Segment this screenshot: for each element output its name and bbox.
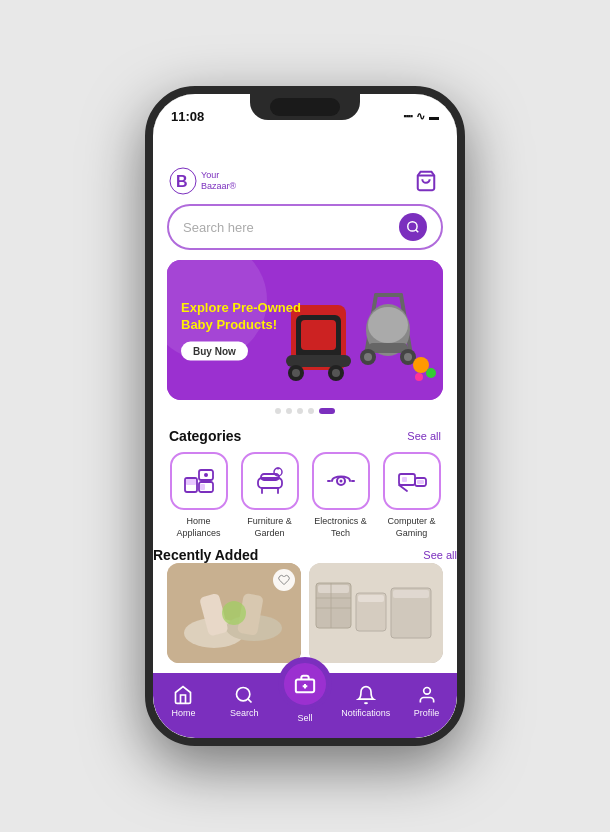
- svg-point-24: [426, 368, 436, 378]
- nav-home-label: Home: [171, 708, 195, 718]
- banner-buy-button[interactable]: Buy Now: [181, 341, 248, 360]
- svg-rect-55: [318, 585, 349, 593]
- nav-search[interactable]: Search: [214, 685, 275, 726]
- svg-point-17: [368, 307, 408, 343]
- nav-notifications[interactable]: Notifications: [335, 685, 396, 726]
- electronics-icon: [324, 464, 358, 498]
- notifications-nav-icon: [356, 685, 376, 705]
- search-placeholder: Search here: [183, 220, 399, 235]
- svg-point-22: [404, 353, 412, 361]
- banner-title: Explore Pre-Owned Baby Products!: [181, 300, 311, 334]
- app-header: B Your Bazaar®: [153, 130, 457, 204]
- svg-rect-31: [200, 484, 205, 490]
- svg-point-63: [237, 688, 250, 701]
- recently-title: Recently Added: [153, 547, 258, 563]
- banner: Explore Pre-Owned Baby Products! Buy Now: [167, 260, 443, 400]
- sell-icon: [294, 673, 316, 695]
- phone-notch: [250, 94, 360, 120]
- categories-see-all[interactable]: See all: [407, 430, 441, 442]
- phone-device: 11:08 ▪▪▪▪ ∿ ▬ B: [145, 86, 465, 746]
- banner-text: Explore Pre-Owned Baby Products! Buy Now: [181, 300, 311, 361]
- categories-section-header: Categories See all: [153, 422, 457, 452]
- recently-grid: [153, 563, 457, 663]
- category-electronics[interactable]: Electronics & Tech: [309, 452, 372, 539]
- category-electronics-icon-box: [312, 452, 370, 510]
- recently-item-2[interactable]: [309, 563, 443, 663]
- svg-point-52: [222, 601, 246, 625]
- svg-point-23: [413, 357, 429, 373]
- logo-area: B Your Bazaar®: [169, 167, 236, 195]
- nav-home[interactable]: Home: [153, 685, 214, 726]
- storage-image: [309, 563, 443, 663]
- category-furniture-label: Furniture & Garden: [238, 516, 301, 539]
- search-button[interactable]: [399, 213, 427, 241]
- svg-point-10: [292, 369, 300, 377]
- home-appliances-icon: [182, 464, 216, 498]
- dot-5-active: [319, 408, 335, 414]
- category-home-icon-box: [170, 452, 228, 510]
- cart-icon: [415, 170, 437, 192]
- banner-dots: [153, 408, 457, 414]
- svg-line-4: [416, 230, 419, 233]
- categories-title: Categories: [169, 428, 241, 444]
- svg-text:B: B: [176, 173, 188, 190]
- cart-icon-button[interactable]: [411, 166, 441, 196]
- category-gaming-icon-box: [383, 452, 441, 510]
- category-gaming[interactable]: Computer & Gaming: [380, 452, 443, 539]
- phone-screen: 11:08 ▪▪▪▪ ∿ ▬ B: [153, 94, 457, 738]
- category-furniture-icon-box: [241, 452, 299, 510]
- gaming-icon: [395, 464, 429, 498]
- status-time: 11:08: [171, 109, 204, 124]
- recently-see-all[interactable]: See all: [423, 549, 457, 561]
- svg-point-12: [332, 369, 340, 377]
- svg-point-25: [415, 373, 423, 381]
- search-bar[interactable]: Search here: [167, 204, 443, 250]
- dot-2: [286, 408, 292, 414]
- svg-point-3: [408, 222, 417, 231]
- svg-rect-18: [368, 343, 408, 353]
- bottom-navigation: Home Search: [153, 673, 457, 738]
- logo-text: Your Bazaar®: [201, 170, 236, 192]
- svg-point-20: [364, 353, 372, 361]
- dot-4: [308, 408, 314, 414]
- svg-line-64: [248, 699, 252, 703]
- nav-search-label: Search: [230, 708, 259, 718]
- sell-fab-button[interactable]: [281, 660, 329, 708]
- nav-notifications-label: Notifications: [341, 708, 390, 718]
- status-icons: ▪▪▪▪ ∿ ▬: [403, 110, 439, 123]
- category-home-appliances[interactable]: Home Appliances: [167, 452, 230, 539]
- category-furniture[interactable]: Furniture & Garden: [238, 452, 301, 539]
- recently-item-1[interactable]: [167, 563, 301, 663]
- category-home-label: Home Appliances: [167, 516, 230, 539]
- recently-section-header: Recently Added See all: [153, 547, 457, 563]
- nav-sell-label: Sell: [297, 713, 312, 723]
- notch-pill: [270, 98, 340, 116]
- search-nav-icon: [234, 685, 254, 705]
- svg-point-68: [423, 688, 430, 695]
- nav-profile[interactable]: Profile: [396, 685, 457, 726]
- profile-nav-icon: [417, 685, 437, 705]
- dot-3: [297, 408, 303, 414]
- heart-icon-1: [278, 574, 290, 586]
- dot-1: [275, 408, 281, 414]
- category-electronics-label: Electronics & Tech: [309, 516, 372, 539]
- wifi-icon: ∿: [416, 110, 425, 123]
- svg-rect-45: [417, 480, 424, 484]
- nav-sell[interactable]: Sell: [275, 680, 336, 731]
- logo-icon: B: [169, 167, 197, 195]
- battery-icon: ▬: [429, 111, 439, 122]
- signal-icon: ▪▪▪▪: [403, 111, 412, 121]
- nav-profile-label: Profile: [414, 708, 440, 718]
- screen-content: 11:08 ▪▪▪▪ ∿ ▬ B: [153, 94, 457, 738]
- svg-point-30: [204, 473, 208, 477]
- category-gaming-label: Computer & Gaming: [380, 516, 443, 539]
- svg-rect-59: [393, 590, 429, 598]
- svg-rect-46: [402, 477, 407, 482]
- search-icon: [406, 220, 420, 234]
- home-nav-icon: [173, 685, 193, 705]
- svg-point-39: [339, 480, 342, 483]
- categories-grid: Home Appliances Furniture: [153, 452, 457, 547]
- svg-rect-57: [358, 595, 384, 602]
- svg-rect-27: [186, 479, 196, 485]
- furniture-icon: [253, 464, 287, 498]
